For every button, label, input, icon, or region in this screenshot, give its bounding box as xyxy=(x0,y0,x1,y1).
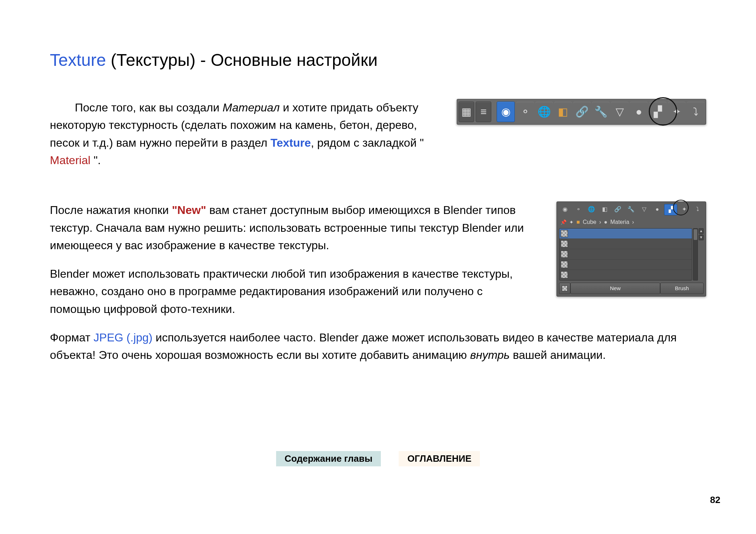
panel-particles-tab[interactable]: ✦ xyxy=(678,204,690,215)
checker-icon xyxy=(561,261,568,268)
checker-icon xyxy=(561,271,568,278)
material-term: Материал xyxy=(223,101,280,114)
texture-icon: ▞ xyxy=(669,206,673,213)
footer-nav: Содержание главы ОГЛАВЛЕНИЕ xyxy=(0,451,756,466)
scene-icon: ✦ xyxy=(569,219,574,225)
paragraph-2: После нажатия кнопки "New" вам станет до… xyxy=(50,201,535,255)
scene-pin-icon[interactable]: 📌 xyxy=(560,219,566,225)
texture-type-icon-button[interactable] xyxy=(559,283,570,294)
title-rest: (Текстуры) - Основные настройки xyxy=(106,51,377,69)
checker-icon xyxy=(561,240,568,247)
object-tab[interactable]: ◧ xyxy=(554,102,572,122)
particles-tab[interactable]: ✦ xyxy=(668,102,685,122)
panel-constraints-tab[interactable]: 🔗 xyxy=(612,204,624,215)
title-link-texture[interactable]: Texture xyxy=(50,51,106,69)
world-tab[interactable]: 🌐 xyxy=(535,102,553,122)
panel-physics-tab[interactable]: ⤵ xyxy=(691,204,704,215)
texture-slot-4[interactable] xyxy=(559,260,692,270)
blender-header-toolbar: ▦ ≡ ◉ ⚬ 🌐 ◧ 🔗 🔧 ▽ ● ▞ ✦ ⤵ xyxy=(457,99,706,125)
texture-slot-1[interactable] xyxy=(559,229,692,239)
modifiers-tab[interactable]: 🔧 xyxy=(592,102,610,122)
panel-material-tab[interactable]: ● xyxy=(651,204,663,215)
texture-slot-5[interactable] xyxy=(559,270,692,280)
inside-term: внутрь xyxy=(470,349,509,361)
paragraph-4: Формат JPEG (.jpg) используется наиболее… xyxy=(50,329,706,364)
crumb-object[interactable]: Cube xyxy=(583,219,596,225)
slot-scrollbar[interactable] xyxy=(693,228,698,281)
link-main-toc[interactable]: ОГЛАВЛЕНИЕ xyxy=(399,451,480,466)
page-title: Texture (Текстуры) - Основные настройки xyxy=(50,50,706,70)
panel-texture-tab[interactable]: ▞ xyxy=(664,204,677,215)
checker-icon xyxy=(562,286,568,291)
panel-modifiers-tab[interactable]: 🔧 xyxy=(625,204,637,215)
panel-scene-tab[interactable]: ⚬ xyxy=(572,204,585,215)
texture-slot-3[interactable] xyxy=(559,249,692,260)
checker-icon xyxy=(561,251,568,258)
slot-move-up[interactable]: ▲ xyxy=(699,228,704,234)
texture-slot-list[interactable] xyxy=(559,228,692,281)
link-jpeg[interactable]: JPEG (.jpg) xyxy=(94,331,152,344)
datablock-breadcrumb: 📌 ✦ ■ Cube › ● Materia › xyxy=(559,218,704,228)
checker-icon xyxy=(561,230,568,237)
texture-icon: ▞ xyxy=(654,106,662,117)
panel-world-tab[interactable]: 🌐 xyxy=(585,204,598,215)
scene-tab[interactable]: ⚬ xyxy=(516,102,534,122)
paragraph-1: После того, как вы создали Материал и хо… xyxy=(50,99,435,169)
new-texture-button[interactable]: New xyxy=(570,283,660,294)
editor-menu-toggle[interactable]: ≡ xyxy=(476,101,491,122)
panel-render-tab[interactable]: ◉ xyxy=(559,204,571,215)
slot-move-down[interactable]: ▼ xyxy=(699,235,704,240)
page-number: 82 xyxy=(710,494,720,506)
panel-object-tab[interactable]: ◧ xyxy=(599,204,611,215)
blender-texture-panel: ◉ ⚬ 🌐 ◧ 🔗 🔧 ▽ ● ▞ ✦ ⤵ 📌 ✦ ■ xyxy=(556,201,706,297)
texture-slot-2[interactable] xyxy=(559,239,692,249)
link-texture[interactable]: Texture xyxy=(270,136,311,149)
paragraph-3: Blender может использовать практически л… xyxy=(50,265,535,318)
render-tab[interactable]: ◉ xyxy=(497,101,515,122)
link-chapter-toc[interactable]: Содержание главы xyxy=(276,451,381,466)
data-tab[interactable]: ▽ xyxy=(611,102,628,122)
panel-tabs-row: ◉ ⚬ 🌐 ◧ 🔗 🔧 ▽ ● ▞ ✦ ⤵ xyxy=(559,204,704,215)
crumb-material[interactable]: Materia xyxy=(610,219,629,225)
link-material[interactable]: Material xyxy=(50,154,90,167)
editor-type-button[interactable]: ▦ xyxy=(459,101,474,122)
constraints-tab[interactable]: 🔗 xyxy=(573,102,591,122)
panel-data-tab[interactable]: ▽ xyxy=(638,204,650,215)
physics-tab[interactable]: ⤵ xyxy=(687,102,704,122)
material-tab[interactable]: ● xyxy=(630,102,647,122)
new-button-term: "New" xyxy=(172,204,206,216)
brush-texture-button[interactable]: Brush xyxy=(660,283,704,294)
texture-tab[interactable]: ▞ xyxy=(649,102,667,122)
